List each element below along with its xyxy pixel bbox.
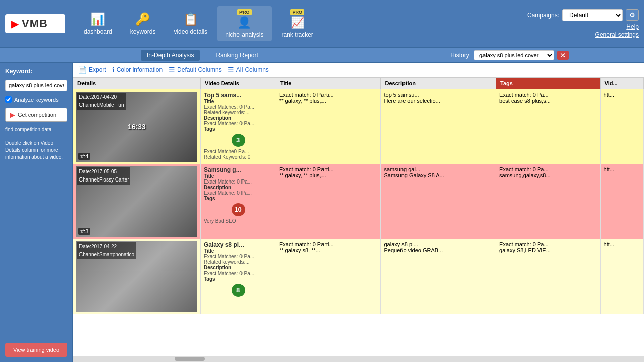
nav-items: 📊 dashboard 🔑 keywords 📋 video details P… — [75, 6, 321, 41]
desc-text-3: galaxy s8 pl... — [384, 241, 493, 247]
campaigns-select[interactable]: Default — [562, 9, 623, 21]
export-label: Export — [89, 66, 106, 73]
sidebar: Keyword: Analyze keywords ▶ Get competit… — [0, 63, 73, 362]
col-header-vid: Vid... — [600, 78, 643, 89]
help-link[interactable]: Help — [626, 23, 639, 30]
nav-label-rank-tracker: rank tracker — [282, 31, 313, 38]
thumb-time-1: 16:33 — [128, 123, 146, 131]
vd-desc-exact-1: Exact Matches: 0 Pa... — [204, 121, 273, 126]
tags-keywords-2: samsung,galaxy,s8... — [499, 172, 597, 178]
table-row: 16:33 Date:2017-04-20 Channel:Mobile Fun… — [73, 89, 644, 164]
video-thumb-1[interactable]: 16:33 Date:2017-04-20 Channel:Mobile Fun… — [76, 92, 197, 162]
color-info-icon: ℹ — [112, 66, 115, 74]
desc-text-1: top 5 samsu... — [384, 92, 493, 98]
col-header-tags: Tags — [496, 78, 600, 89]
export-icon: 📄 — [78, 66, 87, 74]
results-table: Details Video Details Title Description … — [73, 77, 644, 314]
vid-cell-2: htt... — [600, 164, 643, 239]
history-row: History: galaxy s8 plus led cover ✕ — [450, 50, 569, 60]
title-keywords-1: ** galaxy, ** plus,... — [279, 98, 377, 104]
main-content: Keyword: Analyze keywords ▶ Get competit… — [0, 63, 644, 362]
toolbar: 📄 Export ℹ Color information ☰ Default C… — [73, 63, 644, 77]
scrollbar-thumb[interactable] — [175, 357, 205, 361]
title-cell-3: Exact match: 0 Parti... ** galaxy s8, **… — [276, 239, 381, 314]
video-details-cell-1[interactable]: Top 5 sams... Title Exact Matches: 0 Pa.… — [201, 89, 276, 164]
nav-item-video-details[interactable]: 📋 video details — [166, 9, 215, 38]
vid-cell-3: htt... — [600, 239, 643, 314]
video-channel-3: Channel:Smartphonatico — [79, 251, 134, 259]
video-rank-2: #:3 — [78, 228, 90, 235]
vd-tags-label-3: Tags — [204, 276, 273, 282]
pro-badge-niche: PRO — [237, 9, 252, 15]
vd-exact1-2: Exact Matche: 0 Pa... — [204, 179, 273, 185]
top-right: Campaigns: Default ⚙ Help General settin… — [527, 9, 639, 38]
details-cell-2: Date:2017-05-05 Channel:Flossy Carter #:… — [73, 164, 201, 239]
vd-tags-related-1: Related Keywords: 0 — [204, 154, 273, 160]
top-bar: ▶ VMB 📊 dashboard 🔑 keywords 📋 video det… — [0, 0, 644, 48]
video-meta-2: Date:2017-05-05 Channel:Flossy Carter — [77, 167, 130, 185]
col-header-details: Details — [73, 78, 201, 89]
video-details-cell-2[interactable]: Samsung g... Title Exact Matche: 0 Pa...… — [201, 164, 276, 239]
logo-icon: ▶ — [11, 18, 19, 30]
video-thumb-2[interactable]: Date:2017-05-05 Channel:Flossy Carter #:… — [76, 166, 197, 237]
video-meta-1: Date:2017-04-20 Channel:Mobile Fun — [77, 93, 126, 110]
video-meta-3: Date:2017-04-22 Channel:Smartphonatico — [77, 242, 136, 259]
general-settings-link[interactable]: General settings — [595, 31, 639, 38]
rank-tracker-icon: 📈 — [291, 16, 304, 29]
gear-button[interactable]: ⚙ — [626, 9, 639, 21]
sub-nav-ranking[interactable]: Ranking Report — [210, 50, 264, 61]
analyze-button[interactable]: ▶ Get competition — [5, 108, 67, 122]
details-cell-3: Date:2017-04-22 Channel:Smartphonatico — [73, 239, 201, 314]
keyword-label: Keyword: — [5, 68, 67, 75]
export-button[interactable]: 📄 Export — [78, 66, 106, 74]
col-header-title: Title — [276, 78, 381, 89]
nav-label-keywords: keywords — [130, 28, 156, 35]
desc-exact-3: Pequeño video GRAB... — [384, 247, 493, 253]
tags-keywords-1: best case s8 plus,s... — [499, 98, 597, 104]
vd-exact1-1: Exact Matches: 0 Pa... — [204, 104, 273, 110]
col-header-video-details: Video Details — [201, 78, 276, 89]
tags-exact-2: Exact match: 0 Pa... — [499, 166, 597, 172]
history-label: History: — [450, 52, 471, 59]
history-clear-button[interactable]: ✕ — [557, 51, 569, 60]
all-columns-button[interactable]: ☰ All Columns — [228, 66, 269, 74]
tags-cell-1: Exact match: 0 Pa... best case s8 plus,s… — [496, 89, 600, 164]
nav-item-rank-tracker[interactable]: PRO 📈 rank tracker — [274, 6, 321, 41]
vd-desc-label-3: Description — [204, 265, 273, 270]
vd-main-title-1: Top 5 sams... — [204, 92, 273, 99]
horizontal-scrollbar[interactable] — [73, 356, 644, 362]
dashboard-icon: 📊 — [90, 12, 105, 26]
analyze-keywords-checkbox[interactable] — [5, 96, 12, 103]
vd-subtitle1-1: Title — [204, 99, 273, 104]
analyze-keywords-label: Analyze keywords — [14, 97, 59, 103]
nav-label-dashboard: dashboard — [84, 28, 112, 35]
history-select[interactable]: galaxy s8 plus led cover — [474, 50, 554, 60]
find-competition-text: find competition data — [5, 127, 67, 132]
default-columns-icon: ☰ — [169, 66, 175, 74]
tags-cell-2: Exact match: 0 Pa... samsung,galaxy,s8..… — [496, 164, 600, 239]
color-info-button[interactable]: ℹ Color information — [112, 66, 163, 74]
nav-item-dashboard[interactable]: 📊 dashboard — [75, 9, 120, 38]
top-links: Help General settings — [595, 23, 639, 38]
campaigns-row: Campaigns: Default ⚙ — [527, 9, 639, 21]
seo-badge-1: 3 — [232, 134, 245, 147]
video-thumb-3[interactable]: Date:2017-04-22 Channel:Smartphonatico — [76, 241, 197, 312]
logo-text: VMB — [22, 17, 48, 30]
nav-item-niche-analysis[interactable]: PRO 👤 niche analysis — [217, 6, 271, 41]
vd-desc-exact-2: Exact Matche: 0 Pa... — [204, 190, 273, 196]
video-details-cell-3[interactable]: Galaxy s8 pl... Title Exact Matches: 0 P… — [201, 239, 276, 314]
color-info-label: Color information — [117, 66, 163, 73]
analyze-btn-label: Get competition — [18, 112, 56, 118]
nav-label-niche-analysis: niche analysis — [225, 31, 263, 38]
keyword-input[interactable] — [5, 80, 67, 91]
sub-nav-in-depth[interactable]: In-Depth Analysis — [141, 50, 200, 61]
nav-item-keywords[interactable]: 🔑 keywords — [122, 9, 164, 38]
default-columns-button[interactable]: ☰ Default Columns — [169, 66, 222, 74]
table-container[interactable]: Details Video Details Title Description … — [73, 77, 644, 356]
title-keywords-2: ** galaxy, ** plus,... — [279, 172, 377, 178]
vd-tags-exact-1: Exact Matche0 Pa... — [204, 149, 273, 154]
vd-subtitle1-3: Title — [204, 248, 273, 254]
training-button[interactable]: View training video — [5, 343, 67, 357]
vd-desc-label-1: Description — [204, 115, 273, 121]
vd-tags-label-2: Tags — [204, 196, 273, 201]
